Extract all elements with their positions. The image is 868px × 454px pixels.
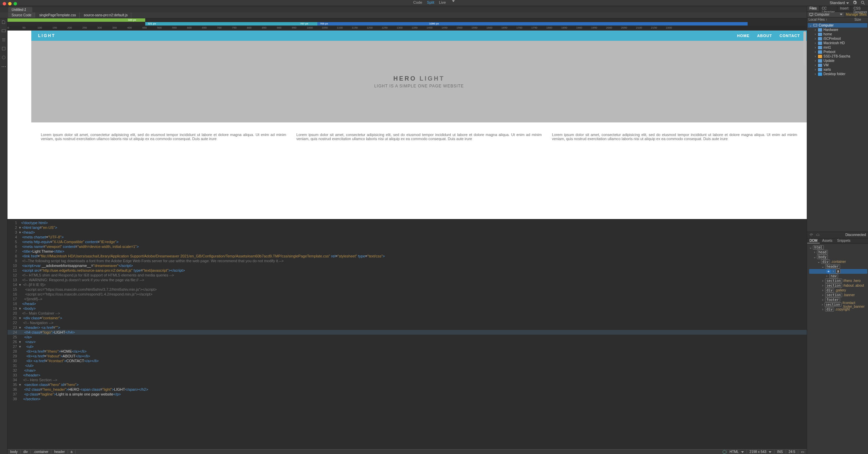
ruler-tick: 1500 [456, 26, 463, 29]
svg-rect-8 [814, 24, 817, 26]
ruler-tick: 1550 [471, 26, 478, 29]
ruler-tick: 1350 [412, 26, 418, 29]
mq-label-1096: 1096 px [429, 22, 439, 26]
ruler-tick: 600 [187, 26, 191, 29]
related-files-bar: Source Code singlePageTemplate.css sourc… [0, 12, 868, 18]
svg-point-0 [861, 1, 864, 3]
view-dropdown-icon[interactable] [452, 0, 455, 2]
maximize-window-button[interactable] [14, 2, 17, 5]
svg-rect-2 [2, 30, 5, 31]
horizontal-ruler[interactable]: 0501001502002503003504004505005506006507… [7, 26, 868, 31]
view-switcher: Code Split Live [413, 0, 455, 4]
files-panel-tabs: Files CC Libraries Insert CSS Designer [807, 6, 868, 12]
files-col-size[interactable]: Size [854, 18, 868, 22]
ruler-tick: 450 [142, 26, 147, 29]
ruler-tick: 850 [262, 26, 266, 29]
ruler-tick: 1250 [382, 26, 388, 29]
ruler-tick: 350 [112, 26, 117, 29]
file-management-icon[interactable] [1, 20, 6, 24]
search-icon[interactable] [861, 0, 865, 5]
application-titlebar: Code Split Live Standard [0, 0, 868, 6]
minimize-window-button[interactable] [8, 2, 12, 5]
files-tree[interactable]: ⌄Computer›Hardware›home›iSCPreboot›Macin… [807, 22, 868, 31]
ruler-tick: 1850 [561, 26, 567, 29]
ruler-tick: 2100 [636, 26, 642, 29]
left-toolbar: ⋯ [0, 18, 7, 31]
mq-range-768-1096[interactable] [317, 22, 748, 26]
manage-sites-link[interactable]: Manage Sites [845, 13, 868, 16]
ruler-tick: 1650 [501, 26, 507, 29]
window-controls [3, 2, 17, 5]
site-selector-label: Computer [815, 13, 830, 16]
ruler-tick: 100 [37, 26, 42, 29]
ruler-tick: 50 [22, 26, 26, 29]
view-split[interactable]: Split [427, 0, 434, 4]
ruler-tick: 1000 [307, 26, 313, 29]
source-tab-css[interactable]: singlePageTemplate.css [36, 13, 80, 18]
ruler-tick: 1600 [486, 26, 493, 29]
ruler-tick: 1950 [591, 26, 597, 29]
ruler-tick: 200 [67, 26, 72, 29]
document-tab[interactable]: Untitled-1 [8, 7, 32, 12]
computer-icon [809, 13, 813, 16]
ruler-tick: 300 [97, 26, 102, 29]
ruler-tick: 700 [217, 26, 221, 29]
ruler-tick: 0 [7, 26, 9, 29]
file-tree-row[interactable]: ⌄Computer [808, 23, 867, 28]
mq-label-767: 767 px [300, 22, 308, 26]
files-column-header[interactable]: Local Files ↑ Size [807, 18, 868, 22]
ruler-tick: 2000 [606, 26, 612, 29]
file-tree-row[interactable]: ›Hardware [808, 28, 867, 31]
ruler-tick: 400 [127, 26, 132, 29]
ruler-tick: 1700 [516, 26, 522, 29]
ruler-tick: 1300 [397, 26, 403, 29]
ruler-tick: 900 [277, 26, 281, 29]
ruler-tick: 2050 [621, 26, 627, 29]
mq-label-320: 320 px [128, 18, 136, 22]
ruler-tick: 1900 [576, 26, 582, 29]
ruler-tick: 2150 [651, 26, 657, 29]
ruler-tick: 1200 [367, 26, 373, 29]
document-tab-bar: Untitled-1 [0, 6, 868, 12]
ruler-tick: 650 [202, 26, 206, 29]
source-tab-source-code[interactable]: Source Code [8, 13, 35, 18]
ruler-tick: 1100 [337, 26, 343, 29]
panel-tab-insert[interactable]: Insert [837, 6, 851, 11]
mq-range-321-767[interactable] [145, 22, 317, 26]
svg-line-1 [864, 3, 865, 5]
close-window-button[interactable] [3, 2, 6, 5]
right-panel-group: Files CC Libraries Insert CSS Designer C… [807, 6, 868, 31]
source-tab-js[interactable]: source-sans-pro:n2:default.js [80, 13, 131, 18]
ruler-tick: 1150 [352, 26, 358, 29]
ruler-tick: 1050 [322, 26, 328, 29]
media-query-bar[interactable]: 320 px 321 px 767 px 768 px 1096 px [7, 18, 868, 26]
site-selector[interactable]: Computer [808, 12, 844, 17]
ruler-tick: 550 [172, 26, 177, 29]
ruler-tick: 1450 [441, 26, 448, 29]
panel-tab-cclibraries[interactable]: CC Libraries [819, 6, 837, 11]
panel-tab-cssdesigner[interactable]: CSS Designer [851, 6, 868, 11]
ruler-tick: 2200 [666, 26, 672, 29]
ruler-tick: 1400 [427, 26, 433, 29]
ruler-tick: 1800 [546, 26, 552, 29]
mq-range-max320[interactable] [7, 18, 145, 22]
preview-icon[interactable] [1, 29, 6, 31]
ruler-tick: 250 [82, 26, 87, 29]
view-code[interactable]: Code [413, 0, 422, 4]
ruler-tick: 750 [232, 26, 236, 29]
mq-label-321: 321 px [148, 22, 156, 26]
sync-settings-icon[interactable] [852, 0, 857, 5]
mq-label-768: 768 px [320, 22, 328, 26]
ruler-tick: 1750 [531, 26, 537, 29]
ruler-tick: 500 [157, 26, 162, 29]
files-col-name[interactable]: Local Files ↑ [807, 18, 854, 22]
panel-tab-files[interactable]: Files [807, 6, 819, 11]
svg-rect-6 [809, 13, 813, 15]
ruler-tick: 800 [247, 26, 251, 29]
view-live[interactable]: Live [439, 0, 446, 4]
workspace-switcher[interactable]: Standard [830, 1, 849, 5]
ruler-tick: 950 [292, 26, 296, 29]
ruler-tick: 150 [52, 26, 57, 29]
